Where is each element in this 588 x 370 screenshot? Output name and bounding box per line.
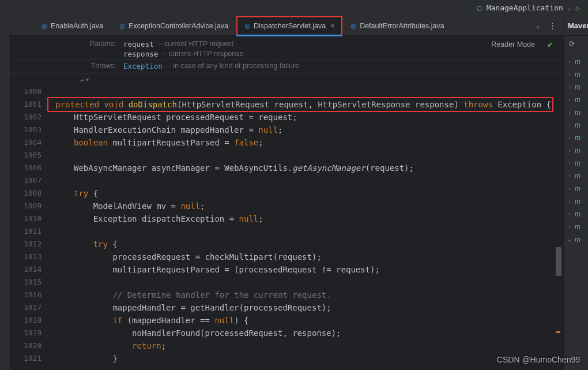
code-line: mappedHandler = getHandler(processedRequ… — [54, 303, 331, 312]
folder-icon: ▢ — [477, 3, 482, 12]
tab-label: ExceptionControllerAdvice.java — [129, 22, 228, 30]
maven-node[interactable]: ›m — [567, 182, 588, 195]
code-token: null — [180, 201, 200, 211]
maven-node[interactable]: ›m — [567, 119, 588, 132]
code-token: ) { — [234, 316, 248, 325]
code-token: ; — [161, 341, 166, 350]
inspections-ok-icon[interactable]: ✔ — [547, 40, 553, 49]
code-token: try — [93, 240, 108, 249]
code-lines[interactable]: protected void doDispatch(HttpServletReq… — [54, 85, 564, 370]
code-token: { — [108, 240, 118, 249]
java-class-icon: ◎ — [42, 22, 47, 30]
doc-param-name: response — [123, 49, 158, 59]
maven-node[interactable]: ›m — [567, 132, 588, 144]
tabs-more-icon[interactable]: ⋮ — [549, 21, 557, 30]
gutter-action-row: ⤾▾ — [10, 74, 564, 85]
code-token — [54, 138, 74, 147]
tab-dispatcherservlet[interactable]: ◎ DispatcherServlet.java × — [236, 16, 342, 36]
code-token: boolean — [74, 138, 108, 147]
code-token: (HttpServletRequest request, HttpServlet… — [177, 100, 463, 109]
maven-tool-window[interactable]: Maven ⟳ ›m›m›m›m›m›m›m›m›m›m›m›m›m›m⌄m — [564, 16, 588, 370]
code-line: processedRequest = checkMultipart(reques… — [54, 252, 322, 261]
maven-node[interactable]: ›m — [567, 106, 588, 119]
tab-defaulterrorattributes[interactable]: ◎ DefaultErrorAttributes.java — [342, 16, 453, 36]
maven-tree[interactable]: ›m›m›m›m›m›m›m›m›m›m›m›m›m›m⌄m — [564, 52, 588, 246]
tab-enableauth[interactable]: ◎ EnableAuth.java — [33, 16, 111, 36]
project-name[interactable]: ManageApplication — [487, 3, 563, 12]
code-line: HttpServletRequest processedRequest = re… — [54, 113, 297, 122]
code-token: ; — [200, 201, 205, 211]
code-token: false — [234, 138, 258, 147]
code-viewport[interactable]: 1000 1001 1002 1003 1004 1005 1006 1007 … — [10, 85, 564, 370]
code-line: multipartRequestParsed = (processedReque… — [54, 265, 380, 274]
code-token — [54, 189, 74, 198]
code-line: } — [54, 354, 118, 363]
doc-throws-label: Throws: — [80, 61, 116, 71]
maven-node[interactable]: ›m — [567, 81, 588, 94]
line-number-gutter: 1000 1001 1002 1003 1004 1005 1006 1007 … — [10, 85, 54, 370]
code-comment: // Determine handler for the current req… — [54, 290, 331, 300]
java-class-icon: ◎ — [244, 22, 250, 30]
top-bar: ▢ ManageApplication ⌄ ▷ — [0, 0, 588, 16]
code-token: doDispatch — [129, 100, 177, 109]
documentation-header: Params: request – current HTTP request r… — [10, 36, 564, 60]
java-class-icon: ◎ — [350, 22, 356, 30]
maven-node[interactable]: ›m — [567, 208, 588, 220]
override-icon[interactable]: ⤾▾ — [80, 76, 89, 84]
documentation-header-2: Throws: Exception – in case of any kind … — [10, 60, 564, 74]
code-token — [54, 341, 132, 350]
code-token: ModelAndView mv = — [54, 201, 180, 211]
code-token: Exception dispatchException = — [54, 214, 239, 223]
run-icon[interactable]: ▷ — [576, 4, 580, 12]
code-token: (mappedHandler == — [122, 316, 214, 325]
maven-title: Maven — [568, 21, 588, 30]
tab-label: EnableAuth.java — [51, 22, 103, 30]
tab-exceptioncontrolleradvice[interactable]: ◎ ExceptionControllerAdvice.java — [111, 16, 236, 36]
change-marker — [556, 331, 560, 333]
code-token: getAsyncManager — [292, 163, 365, 173]
code-token: HandlerExecutionChain mappedHandler = — [54, 125, 258, 134]
maven-node[interactable]: ›m — [567, 55, 588, 68]
code-token: if — [112, 316, 122, 325]
maven-node[interactable]: ›m — [567, 94, 588, 106]
scrollbar-thumb[interactable] — [556, 247, 561, 276]
refresh-icon[interactable]: ⟳ — [569, 40, 575, 48]
close-icon[interactable]: × — [330, 22, 334, 30]
code-token: ; — [278, 125, 282, 134]
doc-param-desc: – current HTTP response — [163, 49, 243, 59]
maven-node[interactable]: ›m — [567, 195, 588, 208]
code-token: null — [258, 125, 278, 134]
chevron-down-icon[interactable]: ⌄ — [568, 5, 571, 11]
code-token: multipartRequestParsed = — [108, 138, 234, 147]
code-token — [54, 240, 93, 249]
code-token — [54, 316, 112, 325]
editor-area: ◎ EnableAuth.java ◎ ExceptionControllerA… — [10, 16, 564, 370]
maven-node[interactable]: ›m — [567, 68, 588, 81]
code-token: ; — [258, 138, 263, 147]
reader-mode-toggle[interactable]: Reader Mode — [491, 40, 535, 48]
editor-tabs: ◎ EnableAuth.java ◎ ExceptionControllerA… — [10, 16, 564, 36]
code-token: { — [88, 189, 98, 198]
code-token: null — [239, 214, 259, 223]
code-line: noHandlerFound(processedRequest, respons… — [54, 328, 341, 338]
code-token: try — [74, 189, 88, 198]
doc-param-desc: – current HTTP request — [159, 39, 233, 49]
code-token: Exception { — [493, 100, 551, 109]
maven-node[interactable]: ›m — [567, 220, 588, 233]
maven-node[interactable]: ⌄m — [567, 233, 588, 246]
doc-throws-desc: – in case of any kind of processing fail… — [167, 61, 299, 71]
watermark: CSDN @HumoChen99 — [497, 355, 580, 364]
tab-label: DefaultErrorAttributes.java — [360, 22, 444, 30]
code-token: protected void — [55, 100, 128, 109]
maven-node[interactable]: ›m — [567, 170, 588, 182]
tabs-dropdown-icon[interactable]: ⌄ — [536, 22, 540, 29]
tool-window-stripe-left — [0, 16, 10, 370]
doc-params-label: Params: — [80, 39, 116, 49]
maven-node[interactable]: ›m — [567, 144, 588, 157]
tab-label: DispatcherServlet.java — [254, 22, 326, 30]
java-class-icon: ◎ — [119, 22, 125, 30]
code-token: (request); — [365, 163, 414, 173]
code-token: null — [214, 316, 234, 325]
code-token: throws — [463, 100, 493, 109]
maven-node[interactable]: ›m — [567, 157, 588, 170]
